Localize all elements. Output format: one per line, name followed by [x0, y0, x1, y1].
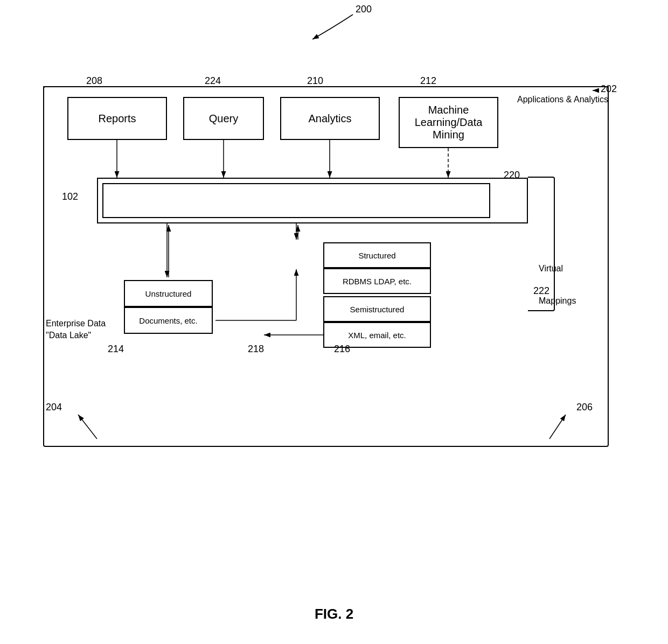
ref-210: 210	[307, 75, 323, 87]
ref-206: 206	[576, 402, 593, 413]
ref-216: 216	[334, 344, 350, 355]
box-analytics: Analytics	[280, 97, 380, 140]
svg-text:200: 200	[356, 4, 372, 15]
box-ml: Machine Learning/Data Mining	[399, 97, 498, 148]
ref-102: 102	[62, 191, 78, 202]
enterprise-data-label: Enterprise Data "Data Lake"	[46, 318, 106, 342]
mappings-label: Mappings	[539, 296, 576, 306]
ref-220: 220	[504, 170, 520, 181]
ref-212: 212	[420, 75, 436, 87]
diagram-container: 200 202 Applications & Analytics 208 Rep…	[32, 32, 636, 517]
dashed-divider	[43, 86, 609, 87]
box-rdbms: RDBMS LDAP, etc.	[323, 268, 431, 294]
box-documents: Documents, etc.	[124, 307, 213, 334]
ref-208: 208	[86, 75, 102, 87]
fig-caption: FIG. 2	[0, 606, 668, 622]
box-reports: Reports	[67, 97, 167, 140]
ref-204: 204	[46, 402, 62, 413]
box-semistructured: Semistructured	[323, 296, 431, 322]
app-analytics-label: Applications & Analytics	[517, 94, 608, 106]
ref-214: 214	[108, 344, 124, 355]
ref-224: 224	[205, 75, 221, 87]
box-unstructured: Unstructured	[124, 280, 213, 307]
ref-222: 222	[533, 285, 549, 297]
box-102-inner	[102, 183, 490, 218]
box-structured: Structured	[323, 242, 431, 268]
box-query: Query	[183, 97, 264, 140]
ref-218: 218	[248, 344, 264, 355]
ref-200-arrow: 200	[32, 3, 636, 46]
